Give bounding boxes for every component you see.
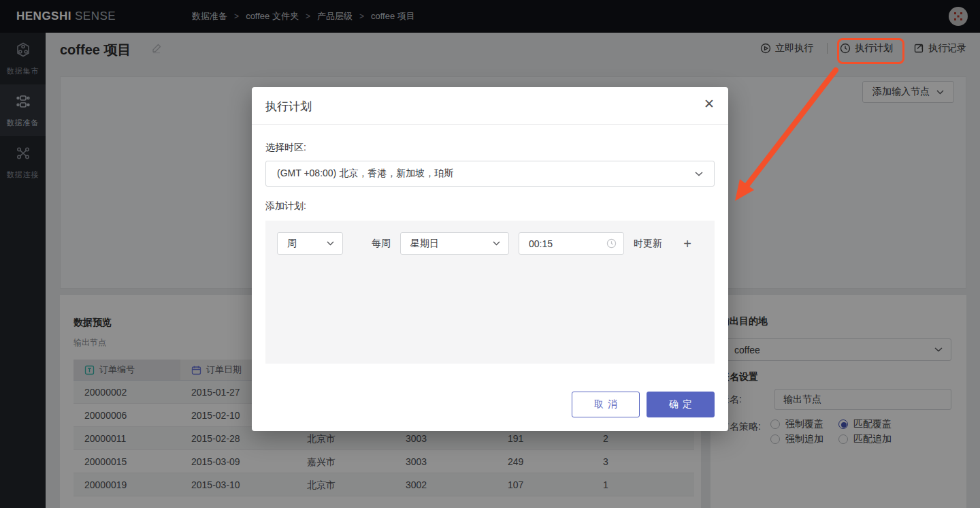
clock-icon [606, 238, 617, 249]
weekday-select[interactable]: 星期日 [400, 232, 509, 255]
schedule-row: 周 每周 星期日 00:15 [277, 232, 704, 255]
timezone-value: (GMT +08:00) 北京，香港，新加坡，珀斯 [277, 168, 695, 180]
timezone-select[interactable]: (GMT +08:00) 北京，香港，新加坡，珀斯 [265, 161, 715, 187]
dialog-title: 执行计划 [265, 99, 312, 114]
time-value: 00:15 [529, 238, 606, 249]
schedule-dialog: 执行计划 ✕ 选择时区: (GMT +08:00) 北京，香港，新加坡，珀斯 添… [252, 87, 728, 431]
dialog-header: 执行计划 ✕ [252, 87, 728, 125]
confirm-button[interactable]: 确定 [647, 392, 715, 417]
dialog-footer: 取消 确定 [572, 392, 715, 417]
schedule-list-panel: 周 每周 星期日 00:15 [265, 221, 715, 364]
chevron-down-icon [695, 172, 703, 176]
add-plan-label: 添加计划: [265, 200, 306, 212]
every-week-label: 每周 [372, 238, 391, 250]
close-icon[interactable]: ✕ [704, 97, 715, 110]
frequency-value: 周 [287, 238, 327, 250]
annotation-highlight-box [837, 38, 904, 64]
app-window: HENGSHISENSE 数据准备 > coffee 文件夹 > 产品层级 > … [0, 0, 980, 508]
frequency-select[interactable]: 周 [277, 232, 343, 255]
chevron-down-icon [493, 241, 500, 246]
time-input[interactable]: 00:15 [519, 232, 624, 255]
cancel-button[interactable]: 取消 [572, 392, 640, 417]
weekday-value: 星期日 [410, 238, 493, 250]
update-suffix-label: 时更新 [634, 238, 662, 250]
add-schedule-button[interactable]: + [683, 237, 691, 251]
timezone-label: 选择时区: [265, 142, 306, 154]
chevron-down-icon [327, 241, 334, 246]
